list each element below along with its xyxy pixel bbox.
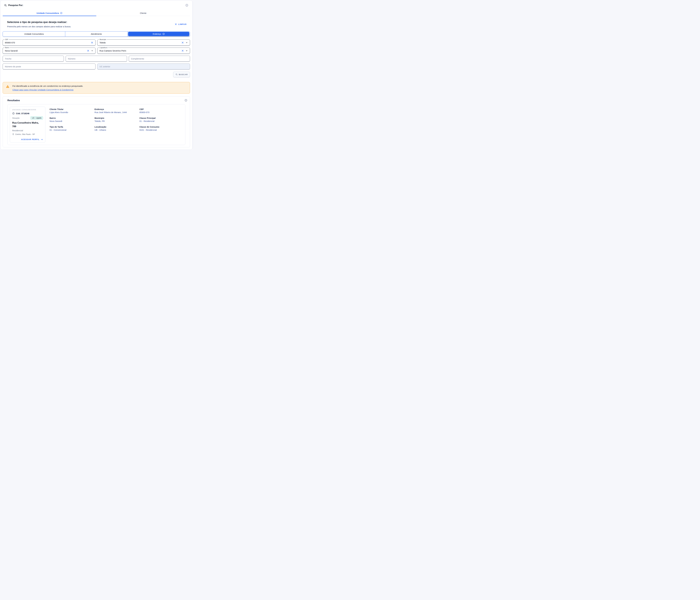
results-list: UNIDADE CONSUMIDORA Cód. 3718246 Situaçã… <box>7 104 185 145</box>
section-heading: Selecione o tipo de pesquisa que deseja … <box>7 21 175 24</box>
cep-label: CEP <box>4 38 9 41</box>
type-button-label: Endereço <box>153 33 161 35</box>
detail-label: Endereço <box>95 108 138 110</box>
info-icon[interactable] <box>185 4 188 7</box>
tab-bar: Unidade Consumidora Cliente <box>3 10 190 16</box>
detail-value: Lígia Alves Gusmão <box>50 111 93 113</box>
municipio-label: Município <box>99 38 107 41</box>
detail-cell: Cliente Títular Lígia Alves Gusmão <box>50 108 93 113</box>
limpar-label: LIMPAR <box>178 23 186 25</box>
bairro-label: Bairro <box>4 47 10 49</box>
buscar-button[interactable]: BUSCAR <box>173 72 190 77</box>
active-tab-indicator <box>3 16 96 16</box>
section-subheading: Preencha pelo menos um dos campos abaixo… <box>7 25 175 28</box>
warning-message: Foi identificado a existência de um cond… <box>12 84 83 88</box>
search-icon <box>175 73 178 76</box>
buscar-label: BUSCAR <box>179 74 188 76</box>
bairro-field: Bairro <box>3 48 96 54</box>
uc-anterior-field <box>97 63 190 70</box>
cep-field: CEP <box>3 40 96 46</box>
intro-row: Selecione o tipo de pesquisa que deseja … <box>0 16 192 28</box>
detail-cell: Munícipio Toledo, PR <box>95 117 138 122</box>
arrow-right-icon <box>41 138 43 140</box>
header: Pesquise Por: <box>0 0 192 7</box>
trecho-input[interactable] <box>3 57 64 60</box>
results-title: Resultados <box>7 99 20 102</box>
detail-label: Localização <box>95 126 138 128</box>
type-button-endereco[interactable]: Endereço <box>127 31 190 36</box>
check-circle-icon <box>60 12 62 14</box>
info-icon[interactable] <box>184 99 187 102</box>
results-header: Resultados <box>5 99 188 102</box>
logradouro-chevron-down-icon[interactable] <box>185 50 188 52</box>
condominio-warning-banner: Foi identificado a existência de um cond… <box>3 82 190 94</box>
detail-label: CEP <box>140 108 183 110</box>
acessar-perfil-button[interactable]: ACESSAR PERFIL <box>21 138 43 140</box>
detail-cell: Classe Principal 01 - Residencial <box>140 117 183 122</box>
cep-input[interactable] <box>3 42 91 44</box>
bairro-chevron-down-icon[interactable] <box>91 50 93 52</box>
detail-value: UB - Urbano <box>95 129 138 131</box>
form-row-1: CEP Município <box>3 40 190 46</box>
form-row-2: Bairro Logradouro <box>3 48 190 54</box>
uc-details-grid: Cliente Títular Lígia Alves Gusmão Ender… <box>50 107 183 142</box>
form-row-3 <box>3 56 190 61</box>
detail-cell: Endereço Rua José Ribeiro de Moraes, 144… <box>95 108 138 113</box>
uc-card-eyebrow: UNIDADE CONSUMIDORA <box>12 109 43 110</box>
detail-label: Munícipio <box>95 117 138 119</box>
detail-value: 01 - Residencial <box>140 120 183 122</box>
uc-code: Cód. 3718246 <box>16 112 29 114</box>
detail-label: Classe de Consumo <box>140 126 183 128</box>
bairro-clear-x-icon[interactable] <box>87 50 89 52</box>
search-icon <box>4 4 7 7</box>
detail-label: Classe Principal <box>140 117 183 119</box>
detail-value: Toledo, PR <box>95 120 138 122</box>
detail-value: 01 - Convencional <box>50 129 93 131</box>
detail-value: 9101 - Residencial <box>140 129 183 131</box>
numero-poste-field <box>3 63 96 70</box>
uc-result-card: UNIDADE CONSUMIDORA Cód. 3718246 Situaçã… <box>10 107 45 142</box>
logradouro-input[interactable] <box>97 50 181 52</box>
page: Pesquise Por: Unidade Consumidora <box>0 0 193 150</box>
home-icon <box>12 112 15 114</box>
logradouro-field: Logradouro <box>97 48 190 54</box>
acessar-perfil-label: ACESSAR PERFIL <box>21 138 40 140</box>
numero-input[interactable] <box>66 57 127 60</box>
status-badge: LG - Ligada <box>30 116 43 120</box>
tab-unidade-consumidora[interactable]: Unidade Consumidora <box>3 10 96 16</box>
detail-label: Cliente Títular <box>50 108 93 110</box>
warning-triangle-icon <box>6 85 9 88</box>
type-button-endereco-fill: Endereço <box>128 32 189 36</box>
uc-category: Residencial <box>12 129 43 132</box>
type-button-label: Atendimento <box>91 33 102 35</box>
vincular-condominio-link[interactable]: Clique aqui para Vincular Unidade Consum… <box>12 88 74 92</box>
detail-value: 85900-070 <box>140 111 183 113</box>
detail-label: Bairro <box>50 117 93 119</box>
municipio-clear-x-icon[interactable] <box>181 42 184 44</box>
bairro-input[interactable] <box>3 50 87 52</box>
complemento-input[interactable] <box>129 57 190 60</box>
form-row-4 <box>3 63 190 70</box>
uc-anterior-input <box>97 66 190 68</box>
limpar-button[interactable]: LIMPAR <box>175 23 186 25</box>
municipio-input[interactable] <box>97 42 181 44</box>
detail-cell: Classe de Consumo 9101 - Residencial <box>140 126 183 131</box>
type-button-atendimento[interactable]: Atendimento <box>65 31 128 36</box>
detail-value: Rua José Ribeiro de Moraes, 1444 <box>95 111 138 113</box>
type-button-label: Unidade Consumidora <box>24 33 44 35</box>
x-icon <box>175 23 177 25</box>
tab-cliente[interactable]: Cliente <box>96 10 190 16</box>
complemento-field <box>129 56 190 61</box>
numero-poste-input[interactable] <box>3 66 95 68</box>
results-panel: Resultados UNIDADE CONSUMIDORA <box>3 96 190 147</box>
cep-clear-x-icon[interactable] <box>91 42 93 44</box>
logradouro-clear-x-icon[interactable] <box>181 50 184 52</box>
detail-value: Nova Sarandi <box>50 120 93 122</box>
tab-label: Unidade Consumidora <box>36 12 59 14</box>
trecho-field <box>3 56 64 61</box>
detail-label: Tipo de Tarifa <box>50 126 93 128</box>
municipio-chevron-down-icon[interactable] <box>185 42 188 44</box>
municipio-field: Município <box>97 40 190 46</box>
type-button-unidade-consumidora[interactable]: Unidade Consumidora <box>3 31 65 36</box>
check-circle-icon <box>162 33 165 35</box>
